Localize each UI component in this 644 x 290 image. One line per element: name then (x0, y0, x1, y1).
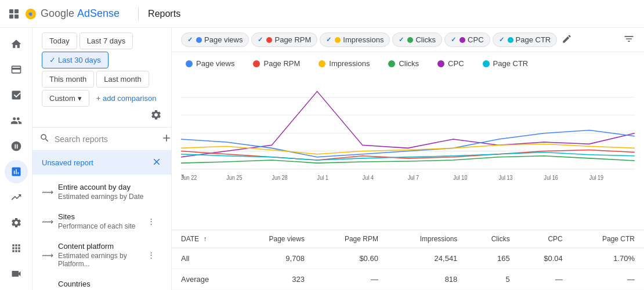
sidebar-item-entire-account[interactable]: ⟿ Entire account by day Estimated earnin… (32, 177, 167, 206)
chip-label: Page CTR (516, 35, 551, 44)
svg-text:Jul 4: Jul 4 (363, 174, 374, 181)
chip-impressions[interactable]: ✓ Impressions (320, 32, 390, 47)
sidebar-item-countries[interactable]: ⟿ Countries How ads perform by country ⋮ (32, 274, 167, 290)
check-icon: ✓ (326, 36, 331, 44)
lastmonth-btn[interactable]: Last month (96, 71, 149, 88)
col-clicks[interactable]: Clicks (466, 230, 519, 248)
google-text: Google (41, 8, 74, 20)
chip-page-rpm[interactable]: ✓ Page RPM (251, 32, 317, 47)
sidebar-item-title: Entire account by day (58, 183, 143, 191)
legend-label: Impressions (329, 59, 370, 68)
chip-dot-clicks (407, 37, 413, 43)
more-icon[interactable]: ⋮ (145, 286, 157, 290)
search-input[interactable] (55, 135, 156, 144)
sidebar-item-subtitle: Estimated earnings by Platform... (58, 252, 145, 268)
more-icon[interactable]: ⋮ (145, 248, 157, 262)
chart-area: Jun 22 Jun 25 Jun 28 Jul 1 Jul 4 Jul 7 J… (172, 75, 644, 230)
chip-page-views[interactable]: ✓ Page views (181, 32, 249, 47)
wavy-icon: ⟿ (42, 251, 53, 260)
nav-chart-icon[interactable] (5, 84, 28, 107)
nav-block-icon[interactable] (5, 135, 28, 158)
legend-label: Page RPM (263, 59, 300, 68)
thismonth-btn[interactable]: This month (42, 71, 94, 88)
chevron-down-icon: ▾ (78, 94, 82, 103)
table-row: All 9,708 $0.60 24,541 165 $0.04 1.70% (172, 248, 644, 269)
cell-impressions-all: 24,541 (388, 248, 466, 269)
last7-btn[interactable]: Last 7 days (79, 32, 133, 49)
cell-clicks-avg: 5 (466, 269, 519, 290)
nav-chart-bar-icon[interactable] (5, 160, 28, 183)
add-report-icon[interactable] (161, 132, 172, 146)
legend-label: Clicks (399, 59, 419, 68)
col-page-ctr[interactable]: Page CTR (572, 230, 644, 248)
chip-cpc[interactable]: ✓ CPC (444, 32, 490, 47)
legend-page-rpm: Page RPM (253, 59, 300, 68)
legend-dot-page-rpm (253, 60, 260, 67)
line-chart: Jun 22 Jun 25 Jun 28 Jul 1 Jul 4 Jul 7 J… (181, 79, 635, 181)
sidebar-item-content-platform[interactable]: ⟿ Content platform Estimated earnings by… (32, 236, 167, 274)
close-icon[interactable] (151, 157, 162, 169)
chip-dot-cpc (460, 37, 465, 43)
sidebar-item-title: Sites (58, 212, 135, 221)
unsaved-report-label: Unsaved report (42, 158, 93, 167)
col-cpc[interactable]: CPC (519, 230, 572, 248)
chip-label: Impressions (343, 35, 383, 44)
svg-text:Jul 7: Jul 7 (408, 174, 419, 181)
chip-page-ctr[interactable]: ✓ Page CTR (493, 32, 558, 47)
left-nav (0, 28, 32, 290)
legend-label: CPC (448, 59, 464, 68)
topbar-divider (138, 7, 139, 21)
nav-payments-icon[interactable] (5, 58, 28, 81)
chip-clicks[interactable]: ✓ Clicks (392, 32, 442, 47)
sidebar-item-title: Content platform (58, 242, 145, 251)
app-logo: Google AdSense (9, 8, 120, 20)
chart-legend: Page views Page RPM Impressions Clicks C… (172, 52, 644, 75)
brand-name: Google AdSense (24, 8, 120, 20)
custom-btn[interactable]: Custom ▾ (42, 90, 89, 107)
wavy-icon: ⟿ (42, 288, 53, 291)
sort-asc-icon: ↑ (203, 235, 207, 243)
nav-home-icon[interactable] (5, 32, 28, 56)
cell-page-views-avg: 323 (237, 269, 314, 290)
cell-page-ctr-all: 1.70% (572, 248, 644, 269)
filter-icon[interactable] (623, 33, 635, 46)
check-icon: ✓ (499, 36, 504, 44)
cell-clicks-all: 165 (466, 248, 519, 269)
check-icon: ✓ (399, 36, 404, 44)
check-icon: ✓ (49, 56, 56, 64)
svg-text:Jul 1: Jul 1 (317, 174, 328, 181)
metric-chips-bar: ✓ Page views ✓ Page RPM ✓ Impressions ✓ … (172, 28, 644, 52)
unsaved-report-item[interactable]: Unsaved report (32, 151, 171, 175)
cell-page-ctr-avg: — (572, 269, 644, 290)
edit-pencil-icon[interactable] (562, 34, 572, 46)
settings-gear-icon[interactable] (150, 109, 162, 122)
legend-dot-cpc (437, 60, 444, 67)
today-btn[interactable]: Today (42, 32, 77, 49)
nav-people-icon[interactable] (5, 109, 28, 132)
sidebar-item-sites[interactable]: ⟿ Sites Performance of each site ⋮ (32, 206, 167, 236)
nav-settings-icon[interactable] (5, 211, 28, 234)
col-page-views[interactable]: Page views (237, 230, 314, 248)
legend-dot-page-ctr (483, 60, 490, 67)
more-icon[interactable]: ⋮ (145, 215, 157, 228)
chip-dot-page-ctr (508, 37, 513, 43)
cell-impressions-avg: 818 (388, 269, 466, 290)
chip-dot-page-rpm (266, 37, 272, 43)
last30-btn[interactable]: ✓ Last 30 days (42, 52, 108, 68)
col-date[interactable]: DATE ↑ (172, 230, 237, 248)
col-page-rpm[interactable]: Page RPM (314, 230, 388, 248)
nav-apps-icon[interactable] (5, 237, 28, 260)
sidebar-item-subtitle: Performance of each site (58, 222, 135, 230)
nav-trending-icon[interactable] (5, 186, 28, 209)
col-impressions[interactable]: Impressions (388, 230, 466, 248)
sidebar-item-title: Countries (58, 280, 145, 288)
nav-movie-icon[interactable] (5, 262, 28, 285)
table-header-row: DATE ↑ Page views Page RPM Impressions C… (172, 230, 644, 248)
check-icon: ✓ (187, 36, 193, 44)
data-table-wrapper: DATE ↑ Page views Page RPM Impressions C… (172, 230, 644, 290)
chip-dot-page-views (196, 37, 202, 43)
check-icon: ✓ (258, 36, 263, 44)
legend-label: Page CTR (493, 59, 529, 68)
adsense-logo-icon (24, 8, 37, 20)
add-comparison-btn[interactable]: + add comparison (96, 94, 157, 103)
